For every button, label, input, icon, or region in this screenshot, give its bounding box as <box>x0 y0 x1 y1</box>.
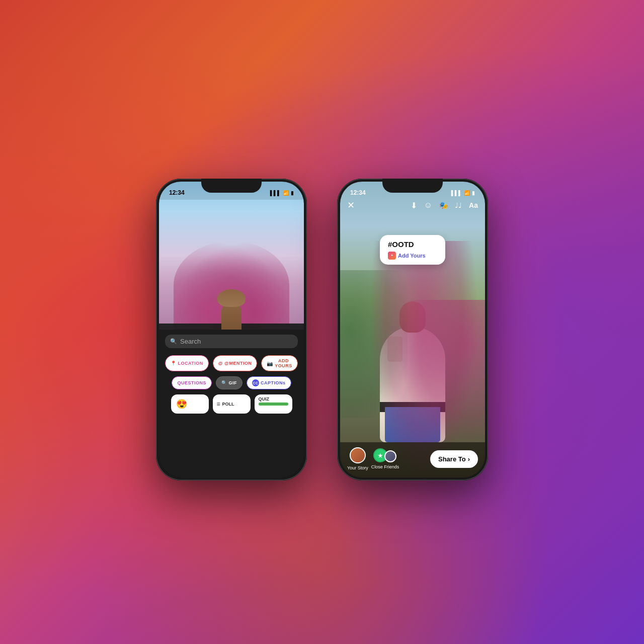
phone1-time: 12:34 <box>169 189 185 196</box>
add-yours-icon: + <box>388 252 396 260</box>
close-story-button[interactable]: ✕ <box>347 200 355 211</box>
search-icon: 🔍 <box>170 338 177 345</box>
share-to-button[interactable]: Share To › <box>430 450 478 468</box>
story-bottombar: Your Story ★ Close Friends Share To › <box>340 442 485 477</box>
poll-card[interactable]: ≡ POLL <box>213 394 251 414</box>
sticker-mention-btn[interactable]: @ @MENTION <box>213 355 258 371</box>
sticker-mention-label: @MENTION <box>224 361 252 366</box>
sticker-search-bar[interactable]: 🔍 Search <box>165 335 298 348</box>
camera-icon: 📷 <box>267 361 273 366</box>
phone1-photo-bg <box>159 182 304 330</box>
story-topbar: ✕ ⬇ ☺ 🎭 ♩♩ Aa <box>340 200 485 211</box>
jacket-detail <box>387 337 403 362</box>
quiz-bar <box>259 403 288 406</box>
phone1-statusbar: 12:34 ▌▌▌ 📶 ▮ <box>159 182 304 200</box>
add-yours-label: Add Yours <box>398 253 426 259</box>
phone2-time: 12:34 <box>350 189 366 196</box>
poll-lines-icon: ≡ <box>217 400 220 408</box>
phone2-signal-icon: ▌▌▌ <box>451 190 462 196</box>
gif-search-icon: 🔍 <box>221 380 227 385</box>
phone1-battery-icon: ▮ <box>291 190 294 196</box>
close-friends-avatars: ★ <box>373 448 396 462</box>
close-friends-label: Close Friends <box>371 464 399 469</box>
phone2-battery-icon: ▮ <box>472 190 475 196</box>
emoji-slider-card[interactable]: 😍 <box>171 394 209 414</box>
music-icon[interactable]: ♩♩ <box>455 201 462 209</box>
emoji-slider-inner: 😍 <box>176 398 189 410</box>
poll-label: POLL <box>222 401 234 407</box>
story-background <box>340 182 485 477</box>
your-story-label: Your Story <box>347 465 368 470</box>
cc-icon: CC <box>252 379 259 386</box>
location-pin-icon: 📍 <box>171 361 177 366</box>
text-icon[interactable]: Aa <box>469 201 478 209</box>
add-yours-button[interactable]: + Add Yours <box>388 252 437 260</box>
ootd-title: #OOTD <box>388 240 437 249</box>
person2-head <box>399 301 426 333</box>
phone2-statusbar: 12:34 ▌▌▌ 📶 ▮ <box>340 182 485 200</box>
phone-2: 12:34 ▌▌▌ 📶 ▮ <box>337 179 488 480</box>
scene: 12:34 ▌▌▌ 📶 ▮ 🔍 Search <box>0 0 644 644</box>
sticker-questions-btn[interactable]: QUESTIONS <box>172 376 212 389</box>
story-avatars-group: Your Story ★ Close Friends <box>347 447 399 470</box>
sticker-row-3: 😍 ≡ POLL QUIZ <box>165 394 298 414</box>
share-to-label: Share To <box>438 455 466 463</box>
share-to-arrow-icon: › <box>468 455 470 463</box>
jeans <box>385 407 440 442</box>
phone1-person-head <box>221 302 242 330</box>
sticker-location-label: LOCATION <box>178 361 203 366</box>
leaf-overlay-left <box>340 270 408 418</box>
sticker-gif-label: GIF <box>229 380 237 385</box>
sticker-row-2: QUESTIONS 🔍 GIF CC CAPTIONs <box>165 376 298 389</box>
flower-overlay-right <box>398 300 485 448</box>
phone2-wifi-icon: 📶 <box>464 190 470 196</box>
smiley-icon[interactable]: ☺ <box>424 201 432 210</box>
ootd-sticker[interactable]: #OOTD + Add Yours <box>380 235 445 265</box>
jacket <box>380 327 445 442</box>
quiz-card[interactable]: QUIZ <box>255 394 292 414</box>
sticker-captions-btn[interactable]: CC CAPTIONs <box>247 376 291 389</box>
phone1-screen: 12:34 ▌▌▌ 📶 ▮ 🔍 Search <box>159 182 304 477</box>
story-topbar-icons: ⬇ ☺ 🎭 ♩♩ Aa <box>411 201 478 210</box>
sticker-tray-icon[interactable]: 🎭 <box>439 201 448 209</box>
person2-figure <box>380 301 445 442</box>
your-story-avatar <box>350 447 366 463</box>
search-input[interactable]: Search <box>180 338 201 345</box>
sticker-row-1: 📍 LOCATION @ @MENTION 📷 ADD YOURS <box>165 355 298 371</box>
download-icon[interactable]: ⬇ <box>411 201 417 210</box>
phone-1: 12:34 ▌▌▌ 📶 ▮ 🔍 Search <box>156 179 307 480</box>
close-friends-avatar-overlay <box>384 450 396 462</box>
phone1-status-icons: ▌▌▌ 📶 ▮ <box>270 190 294 196</box>
sticker-addyours-btn[interactable]: 📷 ADD YOURS <box>261 355 298 371</box>
at-icon: @ <box>218 361 223 366</box>
sticker-location-btn[interactable]: 📍 LOCATION <box>165 355 209 371</box>
phone2-status-icons: ▌▌▌ 📶 ▮ <box>451 190 475 196</box>
sticker-picker-sheet: 🔍 Search 📍 LOCATION @ @MENTION 📷 <box>159 324 304 477</box>
close-friends-group[interactable]: ★ Close Friends <box>371 448 399 469</box>
your-story-group[interactable]: Your Story <box>347 447 368 470</box>
sticker-addyours-label: ADD YOURS <box>275 358 292 368</box>
belt <box>380 402 445 412</box>
sticker-questions-label: QUESTIONS <box>177 380 206 385</box>
phone2-screen: 12:34 ▌▌▌ 📶 ▮ <box>340 182 485 477</box>
sticker-gif-btn[interactable]: 🔍 GIF <box>216 376 243 389</box>
phone1-wifi-icon: 📶 <box>283 190 289 196</box>
quiz-label: QUIZ <box>259 396 288 401</box>
emoji-icon: 😍 <box>176 398 187 410</box>
phone1-signal-icon: ▌▌▌ <box>270 190 281 196</box>
sticker-captions-label: CAPTIONs <box>261 380 286 385</box>
